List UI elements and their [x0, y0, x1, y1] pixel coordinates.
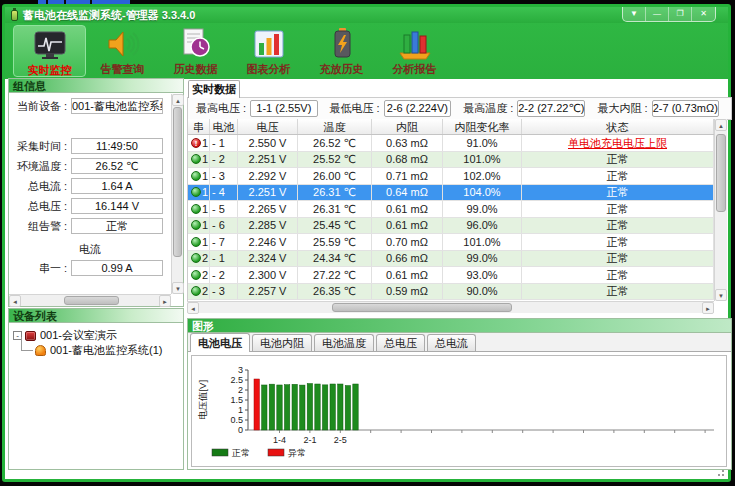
y-axis-label: 电压值[V] [197, 380, 208, 420]
table-vertical-scrollbar[interactable]: ▲ ▼ [714, 119, 727, 301]
scroll-up-arrow-icon[interactable]: ▲ [715, 119, 727, 131]
toolbar-item-alarm-query[interactable]: 告警查询 [86, 25, 159, 77]
normal-status-icon [191, 286, 201, 296]
scroll-right-arrow-icon[interactable]: ► [702, 302, 714, 314]
total-current-value: 1.64 A [71, 178, 163, 194]
bar-2-5 [338, 384, 343, 430]
device-tree-root-node[interactable]: - 001-会议室演示 [13, 328, 181, 343]
column-header-5[interactable]: 内阻变化率 [443, 119, 522, 134]
legend-swatch-1 [268, 449, 284, 456]
temp-cell: 26.31 ℃ [298, 185, 372, 201]
column-header-1[interactable]: 电池 [210, 119, 238, 134]
battery-app-icon [11, 10, 18, 21]
field-label: 串一 : [9, 261, 71, 276]
max-temp-label: 最高温度 : [463, 101, 513, 116]
battery-cell: - 7 [210, 234, 238, 250]
graph-tab-battery-resistance[interactable]: 电池内阻 [252, 334, 312, 351]
scrollbar-thumb[interactable] [332, 303, 512, 312]
column-header-3[interactable]: 温度 [298, 119, 372, 134]
group-info-body: 当前设备 :001-蓄电池监控系统采集时间 :11:49:50环境温度 :26.… [9, 94, 171, 294]
x-tick-label: 2-1 [303, 435, 316, 445]
table-row[interactable]: 2- 22.300 V27.22 ℃0.61 mΩ93.0%正常 [188, 267, 714, 284]
field-row-group-alarm: 组告警 :正常 [9, 218, 171, 234]
graph-tab-battery-temp[interactable]: 电池温度 [314, 334, 374, 351]
graph-tab-total-voltage[interactable]: 总电压 [376, 334, 425, 351]
toolbar-item-charge-history[interactable]: 充放历史 [305, 25, 378, 77]
maximize-button[interactable]: ❐ [669, 7, 692, 21]
scroll-down-arrow-icon[interactable]: ▼ [715, 289, 727, 301]
resize-grip[interactable] [715, 467, 725, 477]
bar-1-2 [262, 385, 267, 430]
device-tree-child-node[interactable]: 001-蓄电池监控系统(1) [13, 343, 181, 358]
column-header-6[interactable]: 状态 [522, 119, 714, 134]
group-alarm-value: 正常 [71, 218, 163, 234]
tab-realtime-data[interactable]: 实时数据 [188, 80, 240, 98]
table-row[interactable]: !1- 12.550 V26.52 ℃0.63 mΩ91.0%单电池充电电压上限 [188, 135, 714, 152]
table-row[interactable]: 1- 42.251 V26.31 ℃0.64 mΩ104.0%正常 [188, 185, 714, 202]
y-tick-label: 0 [238, 425, 243, 435]
field-row-total-voltage: 总电压 :16.144 V [9, 198, 171, 214]
column-header-4[interactable]: 内阻 [372, 119, 443, 134]
toolbar-item-label: 告警查询 [101, 63, 145, 75]
voltage-cell: 2.251 V [238, 185, 298, 201]
minimize-button[interactable]: — [646, 7, 669, 21]
field-row-string-one-current: 串一 :0.99 A [9, 260, 171, 276]
table-row[interactable]: 1- 52.265 V26.31 ℃0.61 mΩ99.0%正常 [188, 201, 714, 218]
table-row[interactable]: 1- 62.285 V25.45 ℃0.61 mΩ96.0%正常 [188, 218, 714, 235]
legend-swatch-0 [212, 449, 228, 456]
table-row[interactable]: 1- 32.292 V26.00 ℃0.71 mΩ102.0%正常 [188, 168, 714, 185]
field-row-total-current: 总电流 :1.64 A [9, 178, 171, 194]
group-info-panel: 组信息 当前设备 :001-蓄电池监控系统采集时间 :11:49:50环境温度 … [8, 78, 184, 307]
scroll-up-arrow-icon[interactable]: ▲ [172, 94, 184, 106]
scrollbar-thumb[interactable] [173, 107, 182, 257]
temp-cell: 26.35 ℃ [298, 284, 372, 300]
toolbar-item-analysis-report[interactable]: 分析报告 [378, 25, 451, 77]
legend-label-0: 正常 [231, 448, 250, 458]
bar-2-7 [353, 384, 358, 430]
group-info-horizontal-scrollbar[interactable]: ◄ ► [9, 294, 171, 306]
status-cell: 正常 [522, 201, 714, 217]
resistance-cell: 0.66 mΩ [372, 251, 443, 267]
menu-button[interactable]: ▼ [623, 7, 646, 21]
status-cell: 正常 [522, 168, 714, 184]
normal-status-icon [191, 171, 201, 181]
voltage-cell: 2.265 V [238, 201, 298, 217]
group-info-vertical-scrollbar[interactable]: ▲ ▼ [171, 94, 183, 294]
table-horizontal-scrollbar[interactable]: ◄ ► [187, 301, 714, 313]
device-tree: - 001-会议室演示 001-蓄电池监控系统(1) [9, 323, 183, 358]
string-number: 1 [202, 168, 208, 184]
field-row-collect-time: 采集时间 :11:49:50 [9, 138, 171, 154]
string-number: 1 [202, 201, 208, 217]
current-device-value[interactable]: 001-蓄电池监控系统 [71, 98, 163, 114]
table-row[interactable]: 1- 72.246 V25.59 ℃0.70 mΩ101.0%正常 [188, 234, 714, 251]
scroll-left-arrow-icon[interactable]: ◄ [187, 302, 199, 314]
scroll-down-arrow-icon[interactable]: ▼ [172, 282, 184, 294]
graph-tab-total-current[interactable]: 总电流 [427, 334, 476, 351]
graph-tab-battery-voltage[interactable]: 电池电压 [190, 333, 250, 352]
toolbar-item-realtime-monitor[interactable]: 实时监控 [13, 25, 86, 77]
toolbar-item-chart-analysis[interactable]: 图表分析 [232, 25, 305, 77]
string-number: 1 [202, 135, 208, 151]
scroll-right-arrow-icon[interactable]: ► [159, 295, 171, 307]
table-row[interactable]: 2- 32.257 V26.35 ℃0.59 mΩ90.0%正常 [188, 284, 714, 301]
min-voltage-label: 最低电压 : [330, 101, 380, 116]
toolbar-item-history-data[interactable]: 历史数据 [159, 25, 232, 77]
toolbar: 实时监控告警查询历史数据图表分析充放历史分析报告 [5, 23, 728, 79]
bar-1-1 [254, 379, 259, 430]
y-tick-label: 0.5 [230, 415, 243, 425]
string-number: 1 [202, 218, 208, 234]
normal-status-icon [191, 204, 201, 214]
column-header-2[interactable]: 电压 [238, 119, 298, 134]
status-cell: 正常 [522, 152, 714, 168]
close-button[interactable]: ✕ [692, 7, 715, 21]
scroll-left-arrow-icon[interactable]: ◄ [9, 295, 21, 307]
scrollbar-thumb[interactable] [716, 134, 726, 212]
string-number: 2 [202, 284, 208, 300]
y-tick-label: 1.5 [230, 395, 243, 405]
title-bar: 蓄电池在线监测系统-管理器 3.3.4.0 ▼ — ❐ ✕ [5, 7, 728, 23]
field-label: 总电压 : [9, 199, 71, 214]
column-header-0[interactable]: 串 [188, 119, 210, 134]
table-row[interactable]: 2- 12.324 V24.34 ℃0.66 mΩ99.0%正常 [188, 251, 714, 268]
table-row[interactable]: 1- 22.251 V25.52 ℃0.68 mΩ101.0%正常 [188, 152, 714, 169]
scrollbar-thumb[interactable] [64, 296, 119, 305]
